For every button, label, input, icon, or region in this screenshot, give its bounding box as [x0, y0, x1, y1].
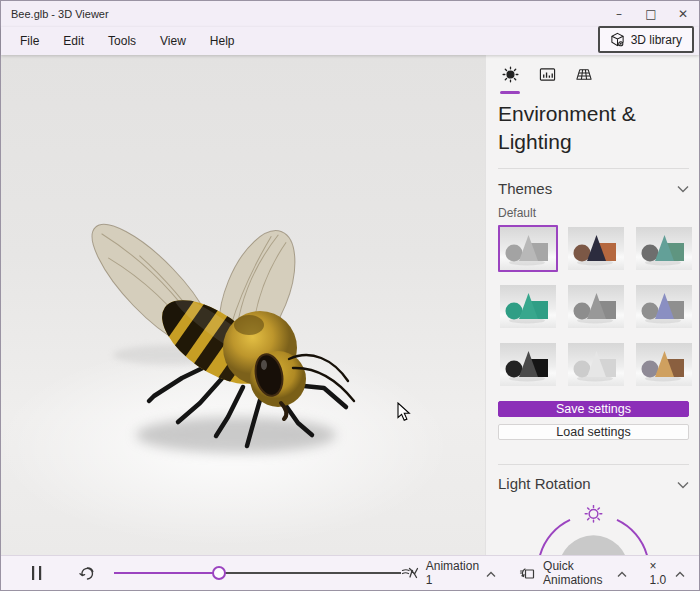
chevron-down-icon: [677, 475, 689, 493]
save-settings-button[interactable]: Save settings: [498, 401, 689, 417]
light-rotation-title: Light Rotation: [498, 475, 591, 492]
settings-panel: Environment & Lighting Themes Default Sa…: [485, 55, 699, 555]
loop-button[interactable]: [79, 566, 96, 581]
window-controls: – □ ✕: [603, 1, 699, 27]
animation-toolbar: Animation 1 Quick Animations: [1, 555, 699, 590]
bee-head: [250, 351, 354, 419]
cube-icon: [610, 32, 625, 47]
theme-tiles: [498, 225, 689, 388]
active-tab-indicator: [500, 91, 520, 94]
menubar: File Edit Tools View Help 3D library: [1, 27, 699, 55]
sun-icon: [502, 66, 519, 87]
mouse-cursor-icon: [397, 402, 411, 422]
quick-animations-icon: [519, 566, 536, 581]
toolbar-right: Animation 1 Quick Animations: [401, 559, 699, 587]
theme-tile-2[interactable]: [566, 225, 626, 272]
menu-tools[interactable]: Tools: [99, 29, 145, 53]
menu-file[interactable]: File: [11, 29, 48, 53]
load-settings-button[interactable]: Load settings: [498, 424, 689, 440]
pause-icon: [31, 566, 43, 580]
tab-grid-views[interactable]: [572, 63, 596, 94]
animation-timeline-slider[interactable]: [114, 565, 401, 581]
playback-speed-selector[interactable]: × 1.0: [650, 559, 685, 587]
themes-title: Themes: [498, 180, 552, 197]
tab-environment-lighting[interactable]: [498, 63, 522, 94]
selected-theme-name: Default: [498, 206, 689, 220]
stats-icon: [539, 66, 556, 87]
chevron-up-icon: [675, 564, 685, 582]
3d-library-label: 3D library: [631, 33, 682, 47]
theme-tile-5[interactable]: [566, 283, 626, 330]
maximize-button[interactable]: □: [635, 1, 667, 27]
3d-viewport[interactable]: [1, 55, 485, 555]
theme-tile-6[interactable]: [634, 283, 694, 330]
menu-edit[interactable]: Edit: [54, 29, 93, 53]
speed-label: × 1.0: [650, 559, 668, 587]
divider: [498, 168, 689, 169]
slider-fill: [114, 572, 219, 574]
chevron-up-icon: [617, 564, 627, 582]
panel-heading: Environment & Lighting: [498, 100, 689, 155]
3d-library-button[interactable]: 3D library: [598, 26, 694, 53]
dial-sphere-preview: [558, 535, 628, 555]
panel-tabs: [498, 63, 689, 94]
themes-section-header[interactable]: Themes: [498, 179, 689, 197]
chevron-up-icon: [486, 564, 496, 582]
theme-tile-3[interactable]: [634, 225, 694, 272]
animation-selector[interactable]: Animation 1: [401, 559, 496, 587]
theme-tile-9[interactable]: [634, 341, 694, 388]
minimize-button[interactable]: –: [603, 1, 635, 27]
light-rotation-dial[interactable]: [498, 505, 689, 555]
menu-view[interactable]: View: [151, 29, 195, 53]
close-icon: ✕: [678, 7, 688, 21]
sun-handle-icon[interactable]: [585, 505, 602, 522]
app-window: Bee.glb - 3D Viewer – □ ✕ File Edit Tool…: [0, 0, 700, 591]
slider-thumb[interactable]: [212, 566, 226, 580]
light-rotation-section-header[interactable]: Light Rotation: [498, 475, 689, 493]
theme-tile-4[interactable]: [498, 283, 558, 330]
quick-animations-label: Quick Animations: [543, 559, 610, 587]
menu-help[interactable]: Help: [201, 29, 244, 53]
minimize-icon: –: [616, 7, 622, 21]
tab-stats-shading[interactable]: [535, 63, 559, 94]
maximize-icon: □: [645, 7, 656, 21]
animation-icon: [401, 565, 419, 581]
theme-tile-7[interactable]: [498, 341, 558, 388]
loop-icon: [79, 566, 96, 581]
bee-model[interactable]: [1, 55, 485, 555]
chevron-down-icon: [677, 179, 689, 197]
close-button[interactable]: ✕: [667, 1, 699, 27]
bee-shadow: [136, 417, 336, 453]
theme-tile-1[interactable]: [498, 225, 558, 272]
divider: [498, 464, 689, 465]
theme-tile-8[interactable]: [566, 341, 626, 388]
animation-label: Animation 1: [426, 559, 479, 587]
main-area: Environment & Lighting Themes Default Sa…: [1, 55, 699, 555]
titlebar: Bee.glb - 3D Viewer – □ ✕: [1, 1, 699, 27]
grid-icon: [575, 66, 593, 87]
quick-animations-selector[interactable]: Quick Animations: [519, 559, 627, 587]
window-title: Bee.glb - 3D Viewer: [1, 8, 603, 20]
pause-button[interactable]: [31, 566, 43, 580]
